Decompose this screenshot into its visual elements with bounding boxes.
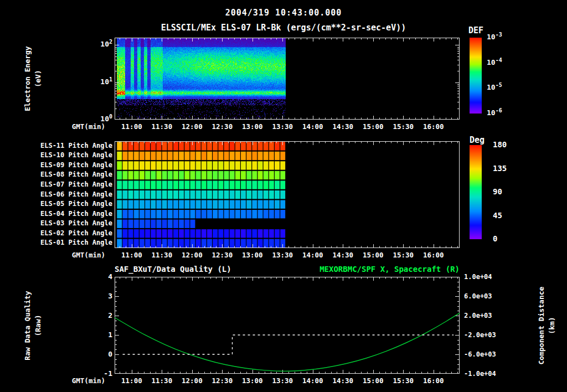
x-tick-label: 15:30 — [393, 122, 414, 131]
x-tick-label: 11:30 — [152, 122, 173, 131]
x-tick-label: 11:00 — [121, 251, 142, 259]
def-colorbar — [470, 38, 482, 114]
x-tick-label: 11:00 — [121, 122, 142, 131]
raw-quality-axis-label: Raw Data Quality(Raw) — [21, 265, 45, 386]
energy-y-tick-label: 101 — [100, 78, 112, 86]
def-colorbar-title: DEF — [468, 25, 483, 35]
pitch-row-label: ELS-05 Pitch Angle — [40, 200, 112, 208]
x-tick-label: 13:30 — [272, 376, 293, 385]
energy-axis-label: Electron Energy(eV) — [21, 18, 45, 140]
x-axis-unit-label: GMT(min) — [55, 376, 105, 385]
pitch-row-label: ELS-10 Pitch Angle — [40, 151, 112, 159]
x-tick-label: 16:00 — [423, 122, 444, 131]
x-tick-label: 16:00 — [423, 376, 444, 385]
distance-tick-label: -1.0e+04 — [464, 370, 496, 378]
x-tick-label: 16:00 — [423, 251, 444, 259]
x-tick-label: 11:30 — [152, 251, 173, 259]
deg-colorbar-title: Deg — [470, 135, 484, 145]
x-tick-label: 12:30 — [212, 122, 233, 131]
energy-y-tick-label: 100 — [100, 115, 112, 123]
x-tick-label: 14:30 — [332, 251, 353, 259]
pitch-row-label: ELS-03 Pitch Angle — [40, 219, 112, 227]
pitch-row-label: ELS-02 Pitch Angle — [40, 229, 112, 237]
plot-timestamp-title: 2004/319 10:43:00.000 — [0, 8, 567, 18]
distance-tick-label: 1.0e+04 — [464, 273, 492, 281]
distance-tick-label: 6.0e+03 — [464, 292, 492, 300]
x-tick-label: 15:30 — [393, 376, 414, 385]
distance-tick-label: -6.0e+03 — [464, 350, 496, 358]
raw-quality-tick-label: 4 — [108, 272, 112, 281]
raw-quality-tick-label: 1 — [108, 331, 112, 339]
cdaweb-multipanel-plot: 2004/319 10:43:00.000 ELSSCIL/MEx ELS-07… — [0, 0, 567, 392]
x-tick-label: 13:00 — [242, 122, 263, 131]
def-colorbar-tick-label: 10-4 — [487, 58, 502, 66]
x-tick-label: 13:00 — [242, 376, 263, 385]
pitch-row-label: ELS-07 Pitch Angle — [40, 180, 112, 188]
x-tick-label: 13:30 — [272, 251, 293, 259]
pitch-angle-heatmap — [115, 141, 460, 248]
def-colorbar-tick-label: 10-3 — [487, 33, 502, 41]
raw-quality-tick-label: 2 — [108, 311, 112, 319]
x-tick-label: 12:30 — [212, 251, 233, 259]
pitch-row-label: ELS-01 Pitch Angle — [40, 239, 112, 246]
x-tick-label: 15:00 — [363, 251, 384, 259]
def-colorbar-tick-label: 10-5 — [487, 83, 502, 91]
x-tick-label: 13:00 — [242, 251, 263, 259]
def-colorbar-tick-label: 10-6 — [487, 109, 502, 117]
pitch-row-label: ELS-06 Pitch Angle — [40, 190, 112, 198]
x-tick-label: 15:30 — [393, 251, 414, 259]
pitch-row-label: ELS-09 Pitch Angle — [40, 161, 112, 169]
raw-quality-tick-label: 0 — [108, 350, 112, 358]
deg-colorbar-tick-label: 45 — [493, 211, 502, 220]
x-tick-label: 14:30 — [332, 122, 353, 131]
pitch-row-label: ELS-11 Pitch Angle — [40, 142, 112, 149]
x-tick-label: 12:00 — [182, 251, 203, 259]
distance-tick-label: 2.0e+03 — [464, 312, 492, 319]
x-tick-label: 14:00 — [302, 251, 323, 259]
pitch-row-label: ELS-08 Pitch Angle — [40, 171, 112, 178]
x-tick-label: 12:00 — [182, 376, 203, 385]
distance-tick-label: -2.0e+03 — [464, 331, 496, 339]
x-tick-label: 14:30 — [332, 376, 353, 385]
x-tick-label: 12:00 — [182, 122, 203, 131]
deg-colorbar-tick-label: 135 — [493, 164, 507, 173]
x-tick-label: 14:00 — [302, 376, 323, 385]
x-tick-label: 13:30 — [272, 122, 293, 131]
deg-colorbar-tick-label: 0 — [493, 234, 497, 243]
x-tick-label: 11:30 — [152, 376, 173, 385]
electron-energy-spectrogram — [115, 38, 460, 120]
deg-colorbar-tick-label: 90 — [493, 187, 502, 196]
x-tick-label: 14:00 — [302, 122, 323, 131]
quality-distance-line-plot — [115, 277, 460, 374]
energy-y-tick-label: 102 — [100, 40, 112, 48]
raw-quality-tick-label: 3 — [108, 292, 112, 300]
deg-colorbar-tick-label: 180 — [493, 140, 507, 149]
component-distance-axis-label: Component Distance(km) — [535, 265, 559, 386]
x-axis-unit-label: GMT(min) — [55, 251, 105, 259]
x-axis-unit-label: GMT(min) — [55, 122, 105, 131]
x-tick-label: 11:00 — [121, 376, 142, 385]
pitch-row-label: ELS-04 Pitch Angle — [40, 210, 112, 218]
x-tick-label: 12:30 — [212, 376, 233, 385]
deg-colorbar — [470, 145, 482, 239]
spacecraft-panel-title: MEXORBMC/SPF X, Spacecraft (R) — [0, 265, 460, 274]
x-tick-label: 15:00 — [363, 376, 384, 385]
x-tick-label: 15:00 — [363, 122, 384, 131]
